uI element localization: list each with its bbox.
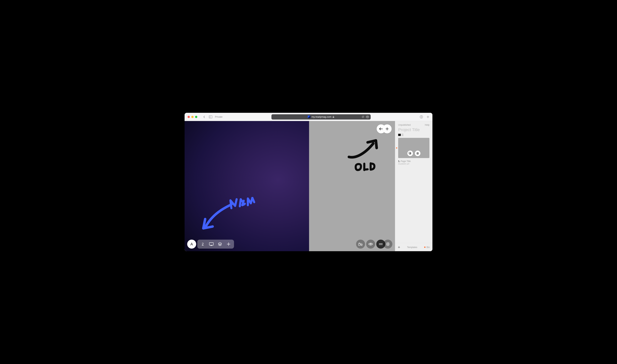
bottom-right-toolbar bbox=[356, 240, 392, 248]
lock-icon bbox=[333, 116, 334, 118]
templates-link[interactable]: Templates bbox=[407, 246, 417, 248]
account-avatar[interactable]: A bbox=[187, 240, 196, 248]
svg-point-10 bbox=[387, 244, 389, 245]
svg-rect-4 bbox=[209, 243, 214, 245]
editor-canvas[interactable]: A 2 bbox=[185, 121, 395, 251]
layout-toggle[interactable] bbox=[398, 134, 429, 136]
add-element-button[interactable] bbox=[224, 240, 233, 248]
svg-rect-2 bbox=[333, 117, 334, 118]
new-tab-icon[interactable] bbox=[427, 116, 429, 118]
viewport-button[interactable] bbox=[207, 240, 216, 248]
page-title-input[interactable]: Page Title bbox=[401, 160, 411, 163]
svg-rect-11 bbox=[402, 134, 403, 135]
traffic-lights bbox=[188, 116, 197, 118]
page-number: 1. bbox=[398, 160, 400, 163]
svg-rect-0 bbox=[209, 116, 212, 118]
help-link[interactable]: Help bbox=[425, 124, 429, 126]
page-thumbnail[interactable] bbox=[398, 138, 429, 158]
bottom-left-tool-group: 2 bbox=[197, 240, 234, 248]
page-actions-icon[interactable]: ••• bbox=[366, 115, 369, 118]
settings-button[interactable] bbox=[383, 240, 392, 248]
preview-button[interactable] bbox=[366, 240, 375, 248]
lock-select-button[interactable] bbox=[356, 240, 365, 248]
panel-header: Unpublished Help Project Title bbox=[395, 121, 432, 138]
publish-status: Unpublished bbox=[398, 124, 411, 126]
page-meta: 1. Page Title /custom url bbox=[395, 158, 432, 167]
canvas-left-panel bbox=[185, 121, 309, 251]
safari-window: Private my.readymag.com ••• bbox=[185, 113, 432, 251]
content-area: A 2 bbox=[185, 121, 432, 251]
close-window-button[interactable] bbox=[188, 116, 190, 118]
svg-point-7 bbox=[370, 244, 371, 245]
annotation-old bbox=[346, 138, 383, 174]
titlebar: Private my.readymag.com ••• bbox=[185, 113, 432, 121]
panel-footer: + Templates Bin bbox=[395, 243, 432, 251]
svg-point-15 bbox=[417, 153, 418, 154]
active-page-indicator-icon bbox=[396, 147, 397, 148]
svg-rect-12 bbox=[402, 135, 403, 136]
site-favicon-icon bbox=[308, 116, 310, 118]
private-label: Private bbox=[215, 116, 222, 118]
right-panel: Unpublished Help Project Title bbox=[395, 121, 432, 251]
page-url-input[interactable]: /custom url bbox=[398, 163, 429, 165]
grid-view-icon bbox=[398, 134, 401, 136]
minimize-window-button[interactable] bbox=[191, 116, 194, 118]
project-title-input[interactable]: Project Title bbox=[398, 127, 429, 132]
bin-indicator-icon bbox=[424, 247, 426, 248]
add-page-button[interactable]: + bbox=[398, 245, 400, 250]
address-bar[interactable]: my.readymag.com ••• bbox=[271, 114, 371, 119]
duplicate-page-button[interactable] bbox=[407, 151, 413, 156]
pages-button[interactable]: 2 bbox=[199, 240, 207, 248]
bottom-left-toolbar: A 2 bbox=[187, 240, 234, 248]
url-text: my.readymag.com bbox=[311, 116, 331, 118]
titlebar-right bbox=[420, 115, 429, 118]
svg-rect-6 bbox=[359, 244, 360, 246]
bin-link[interactable]: Bin bbox=[424, 246, 430, 248]
layers-button[interactable] bbox=[216, 240, 224, 248]
svg-rect-14 bbox=[409, 152, 411, 154]
canvas-top-buttons bbox=[377, 124, 392, 133]
address-bar-wrap: my.readymag.com ••• bbox=[225, 114, 417, 119]
reload-icon[interactable] bbox=[362, 116, 364, 118]
list-view-icon bbox=[402, 134, 403, 136]
page-thumbnail-block bbox=[395, 138, 432, 158]
add-widget-button[interactable] bbox=[383, 124, 392, 133]
sidebar-toggle-icon[interactable] bbox=[209, 115, 213, 119]
back-button[interactable] bbox=[202, 115, 206, 119]
zoom-window-button[interactable] bbox=[195, 116, 197, 118]
downloads-icon[interactable] bbox=[420, 115, 423, 118]
page-settings-button[interactable] bbox=[415, 151, 420, 156]
